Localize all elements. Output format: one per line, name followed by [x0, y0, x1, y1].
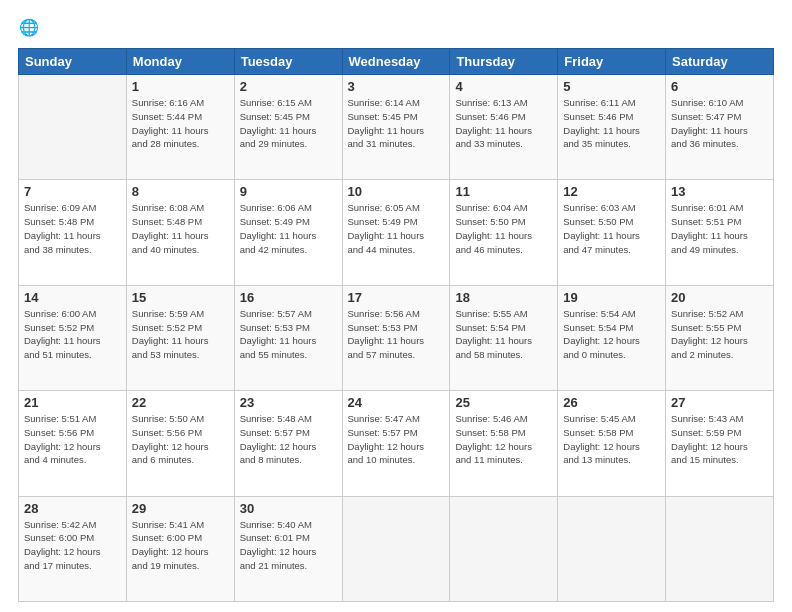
day-info: Sunrise: 6:00 AM Sunset: 5:52 PM Dayligh…	[24, 307, 121, 362]
day-number: 24	[348, 395, 445, 410]
day-number: 29	[132, 501, 229, 516]
calendar-cell: 25Sunrise: 5:46 AM Sunset: 5:58 PM Dayli…	[450, 391, 558, 496]
day-number: 28	[24, 501, 121, 516]
calendar-cell: 30Sunrise: 5:40 AM Sunset: 6:01 PM Dayli…	[234, 496, 342, 601]
day-info: Sunrise: 6:01 AM Sunset: 5:51 PM Dayligh…	[671, 201, 768, 256]
calendar-cell: 17Sunrise: 5:56 AM Sunset: 5:53 PM Dayli…	[342, 285, 450, 390]
calendar-cell	[558, 496, 666, 601]
day-number: 1	[132, 79, 229, 94]
logo: 🌐	[18, 18, 44, 40]
day-info: Sunrise: 6:03 AM Sunset: 5:50 PM Dayligh…	[563, 201, 660, 256]
calendar-cell	[342, 496, 450, 601]
day-number: 12	[563, 184, 660, 199]
day-info: Sunrise: 5:50 AM Sunset: 5:56 PM Dayligh…	[132, 412, 229, 467]
calendar-cell: 4Sunrise: 6:13 AM Sunset: 5:46 PM Daylig…	[450, 75, 558, 180]
calendar-cell: 5Sunrise: 6:11 AM Sunset: 5:46 PM Daylig…	[558, 75, 666, 180]
day-info: Sunrise: 5:56 AM Sunset: 5:53 PM Dayligh…	[348, 307, 445, 362]
day-info: Sunrise: 5:51 AM Sunset: 5:56 PM Dayligh…	[24, 412, 121, 467]
day-number: 25	[455, 395, 552, 410]
day-info: Sunrise: 5:55 AM Sunset: 5:54 PM Dayligh…	[455, 307, 552, 362]
day-info: Sunrise: 5:45 AM Sunset: 5:58 PM Dayligh…	[563, 412, 660, 467]
calendar-cell: 29Sunrise: 5:41 AM Sunset: 6:00 PM Dayli…	[126, 496, 234, 601]
page-header: 🌐	[18, 18, 774, 40]
day-number: 5	[563, 79, 660, 94]
day-info: Sunrise: 6:05 AM Sunset: 5:49 PM Dayligh…	[348, 201, 445, 256]
day-info: Sunrise: 6:15 AM Sunset: 5:45 PM Dayligh…	[240, 96, 337, 151]
weekday-header-wednesday: Wednesday	[342, 49, 450, 75]
calendar-cell	[450, 496, 558, 601]
day-number: 4	[455, 79, 552, 94]
calendar-cell: 22Sunrise: 5:50 AM Sunset: 5:56 PM Dayli…	[126, 391, 234, 496]
day-info: Sunrise: 5:48 AM Sunset: 5:57 PM Dayligh…	[240, 412, 337, 467]
calendar-cell: 11Sunrise: 6:04 AM Sunset: 5:50 PM Dayli…	[450, 180, 558, 285]
calendar-cell: 1Sunrise: 6:16 AM Sunset: 5:44 PM Daylig…	[126, 75, 234, 180]
day-number: 18	[455, 290, 552, 305]
day-info: Sunrise: 5:41 AM Sunset: 6:00 PM Dayligh…	[132, 518, 229, 573]
day-info: Sunrise: 5:40 AM Sunset: 6:01 PM Dayligh…	[240, 518, 337, 573]
calendar-cell: 18Sunrise: 5:55 AM Sunset: 5:54 PM Dayli…	[450, 285, 558, 390]
calendar-cell: 26Sunrise: 5:45 AM Sunset: 5:58 PM Dayli…	[558, 391, 666, 496]
svg-text:🌐: 🌐	[19, 18, 40, 37]
day-number: 11	[455, 184, 552, 199]
day-info: Sunrise: 5:54 AM Sunset: 5:54 PM Dayligh…	[563, 307, 660, 362]
weekday-header-friday: Friday	[558, 49, 666, 75]
calendar-cell	[19, 75, 127, 180]
day-number: 16	[240, 290, 337, 305]
calendar-cell	[666, 496, 774, 601]
day-info: Sunrise: 6:06 AM Sunset: 5:49 PM Dayligh…	[240, 201, 337, 256]
day-info: Sunrise: 5:59 AM Sunset: 5:52 PM Dayligh…	[132, 307, 229, 362]
logo-icon: 🌐	[18, 18, 40, 40]
day-number: 17	[348, 290, 445, 305]
day-number: 22	[132, 395, 229, 410]
weekday-header-sunday: Sunday	[19, 49, 127, 75]
day-info: Sunrise: 6:16 AM Sunset: 5:44 PM Dayligh…	[132, 96, 229, 151]
day-number: 19	[563, 290, 660, 305]
weekday-header-row: SundayMondayTuesdayWednesdayThursdayFrid…	[19, 49, 774, 75]
day-info: Sunrise: 5:42 AM Sunset: 6:00 PM Dayligh…	[24, 518, 121, 573]
calendar-cell: 27Sunrise: 5:43 AM Sunset: 5:59 PM Dayli…	[666, 391, 774, 496]
day-info: Sunrise: 6:04 AM Sunset: 5:50 PM Dayligh…	[455, 201, 552, 256]
weekday-header-monday: Monday	[126, 49, 234, 75]
calendar-cell: 7Sunrise: 6:09 AM Sunset: 5:48 PM Daylig…	[19, 180, 127, 285]
day-number: 27	[671, 395, 768, 410]
day-number: 2	[240, 79, 337, 94]
calendar-table: SundayMondayTuesdayWednesdayThursdayFrid…	[18, 48, 774, 602]
day-number: 23	[240, 395, 337, 410]
calendar-cell: 6Sunrise: 6:10 AM Sunset: 5:47 PM Daylig…	[666, 75, 774, 180]
day-info: Sunrise: 5:52 AM Sunset: 5:55 PM Dayligh…	[671, 307, 768, 362]
day-info: Sunrise: 6:14 AM Sunset: 5:45 PM Dayligh…	[348, 96, 445, 151]
calendar-cell: 3Sunrise: 6:14 AM Sunset: 5:45 PM Daylig…	[342, 75, 450, 180]
day-number: 3	[348, 79, 445, 94]
day-number: 20	[671, 290, 768, 305]
day-info: Sunrise: 6:13 AM Sunset: 5:46 PM Dayligh…	[455, 96, 552, 151]
day-info: Sunrise: 6:10 AM Sunset: 5:47 PM Dayligh…	[671, 96, 768, 151]
calendar-cell: 23Sunrise: 5:48 AM Sunset: 5:57 PM Dayli…	[234, 391, 342, 496]
day-number: 8	[132, 184, 229, 199]
day-number: 30	[240, 501, 337, 516]
day-number: 14	[24, 290, 121, 305]
calendar-cell: 12Sunrise: 6:03 AM Sunset: 5:50 PM Dayli…	[558, 180, 666, 285]
week-row-1: 1Sunrise: 6:16 AM Sunset: 5:44 PM Daylig…	[19, 75, 774, 180]
day-info: Sunrise: 5:57 AM Sunset: 5:53 PM Dayligh…	[240, 307, 337, 362]
calendar-cell: 2Sunrise: 6:15 AM Sunset: 5:45 PM Daylig…	[234, 75, 342, 180]
calendar-cell: 20Sunrise: 5:52 AM Sunset: 5:55 PM Dayli…	[666, 285, 774, 390]
weekday-header-thursday: Thursday	[450, 49, 558, 75]
week-row-3: 14Sunrise: 6:00 AM Sunset: 5:52 PM Dayli…	[19, 285, 774, 390]
calendar-cell: 14Sunrise: 6:00 AM Sunset: 5:52 PM Dayli…	[19, 285, 127, 390]
calendar-cell: 10Sunrise: 6:05 AM Sunset: 5:49 PM Dayli…	[342, 180, 450, 285]
day-number: 26	[563, 395, 660, 410]
day-number: 21	[24, 395, 121, 410]
day-number: 15	[132, 290, 229, 305]
calendar-cell: 9Sunrise: 6:06 AM Sunset: 5:49 PM Daylig…	[234, 180, 342, 285]
day-number: 9	[240, 184, 337, 199]
day-number: 13	[671, 184, 768, 199]
calendar-cell: 24Sunrise: 5:47 AM Sunset: 5:57 PM Dayli…	[342, 391, 450, 496]
day-info: Sunrise: 6:08 AM Sunset: 5:48 PM Dayligh…	[132, 201, 229, 256]
calendar-cell: 19Sunrise: 5:54 AM Sunset: 5:54 PM Dayli…	[558, 285, 666, 390]
day-info: Sunrise: 5:43 AM Sunset: 5:59 PM Dayligh…	[671, 412, 768, 467]
week-row-2: 7Sunrise: 6:09 AM Sunset: 5:48 PM Daylig…	[19, 180, 774, 285]
calendar-cell: 13Sunrise: 6:01 AM Sunset: 5:51 PM Dayli…	[666, 180, 774, 285]
week-row-4: 21Sunrise: 5:51 AM Sunset: 5:56 PM Dayli…	[19, 391, 774, 496]
calendar-cell: 28Sunrise: 5:42 AM Sunset: 6:00 PM Dayli…	[19, 496, 127, 601]
day-number: 10	[348, 184, 445, 199]
